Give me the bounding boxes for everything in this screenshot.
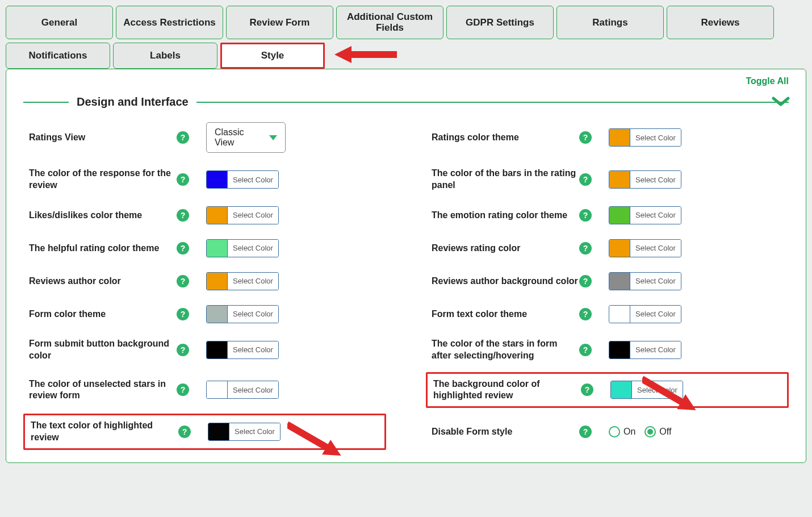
tab-labels[interactable]: Labels bbox=[113, 43, 217, 69]
tab-gdpr-settings[interactable]: GDPR Settings bbox=[446, 6, 554, 39]
select-color-label: Select Color bbox=[630, 240, 681, 257]
setting-label: Reviews author color bbox=[29, 276, 177, 287]
tab-review-form[interactable]: Review Form bbox=[226, 6, 333, 39]
tab-general[interactable]: General bbox=[6, 6, 113, 39]
setting-row: The color of the stars in form after sel… bbox=[432, 338, 783, 362]
radio-button-icon bbox=[644, 426, 656, 437]
help-icon[interactable]: ? bbox=[177, 383, 189, 396]
help-icon[interactable]: ? bbox=[579, 131, 592, 144]
setting-row: The helpful rating color theme?Select Co… bbox=[29, 239, 380, 257]
help-icon[interactable]: ? bbox=[581, 383, 593, 396]
select-color-label: Select Color bbox=[227, 381, 278, 398]
tab-access-restrictions[interactable]: Access Restrictions bbox=[116, 6, 223, 39]
radio-label: Off bbox=[659, 427, 671, 437]
tab-notifications[interactable]: Notifications bbox=[6, 43, 110, 69]
color-picker[interactable]: Select Color bbox=[206, 381, 279, 399]
setting-row: Form submit button background color?Sele… bbox=[29, 338, 380, 362]
ratings-view-dropdown[interactable]: Classic View bbox=[206, 122, 286, 153]
select-color-label: Select Color bbox=[630, 171, 681, 188]
setting-row: Likes/dislikes color theme?Select Color bbox=[29, 206, 380, 224]
svg-marker-0 bbox=[334, 46, 397, 63]
setting-label: The color of the response for the review bbox=[29, 168, 177, 191]
color-picker[interactable]: Select Color bbox=[609, 206, 681, 224]
color-swatch bbox=[611, 381, 631, 398]
setting-row: Reviews author background color?Select C… bbox=[432, 272, 783, 290]
select-color-label: Select Color bbox=[227, 240, 278, 257]
setting-label: The helpful rating color theme bbox=[29, 243, 177, 255]
color-picker[interactable]: Select Color bbox=[206, 272, 279, 290]
dropdown-value: Classic View bbox=[215, 127, 261, 148]
help-icon[interactable]: ? bbox=[579, 173, 592, 186]
help-icon[interactable]: ? bbox=[177, 242, 189, 255]
color-swatch bbox=[609, 273, 630, 290]
setting-row: The color of the response for the review… bbox=[29, 168, 380, 191]
setting-label: Form color theme bbox=[29, 308, 177, 320]
setting-label: The emotion rating color theme bbox=[432, 210, 579, 222]
radio-on[interactable]: On bbox=[609, 426, 635, 437]
setting-row: The color of the bars in the rating pane… bbox=[432, 168, 783, 191]
radio-label: On bbox=[623, 427, 635, 437]
color-picker[interactable]: Select Color bbox=[206, 170, 279, 189]
setting-label: The color of the stars in form after sel… bbox=[432, 338, 579, 362]
help-icon[interactable]: ? bbox=[178, 426, 191, 438]
radio-button-icon bbox=[609, 426, 620, 437]
setting-label: The color of unselected stars in review … bbox=[29, 378, 177, 402]
help-icon[interactable]: ? bbox=[579, 275, 592, 287]
setting-label: Form submit button background color bbox=[29, 338, 177, 362]
disable-form-style-radio: OnOff bbox=[609, 426, 671, 437]
color-picker[interactable]: Select Color bbox=[610, 381, 683, 399]
color-swatch bbox=[207, 341, 227, 358]
help-icon[interactable]: ? bbox=[579, 308, 592, 320]
select-color-label: Select Color bbox=[630, 306, 681, 323]
help-icon[interactable]: ? bbox=[177, 173, 189, 186]
help-icon[interactable]: ? bbox=[177, 344, 189, 356]
help-icon[interactable]: ? bbox=[579, 242, 592, 255]
color-picker[interactable]: Select Color bbox=[206, 206, 279, 224]
color-swatch bbox=[207, 171, 227, 188]
color-picker[interactable]: Select Color bbox=[206, 239, 279, 257]
setting-label: The background color of highlighted revi… bbox=[433, 378, 581, 402]
setting-row: The color of unselected stars in review … bbox=[29, 377, 380, 404]
setting-label: Reviews author background color bbox=[432, 276, 579, 287]
help-icon[interactable]: ? bbox=[579, 344, 592, 356]
tab-additional-custom-fields[interactable]: Additional Custom Fields bbox=[336, 6, 443, 39]
select-color-label: Select Color bbox=[630, 273, 681, 290]
setting-row: Form text color theme?Select Color bbox=[432, 305, 783, 323]
tabs-row-1: General Access Restrictions Review Form … bbox=[6, 6, 806, 39]
color-picker[interactable]: Select Color bbox=[208, 423, 281, 441]
chevron-down-icon bbox=[269, 135, 277, 140]
setting-row: Reviews rating color?Select Color bbox=[432, 239, 783, 257]
tab-reviews[interactable]: Reviews bbox=[667, 6, 774, 39]
color-swatch bbox=[208, 423, 229, 440]
help-icon[interactable]: ? bbox=[579, 209, 592, 222]
color-picker[interactable]: Select Color bbox=[609, 239, 681, 257]
color-picker[interactable]: Select Color bbox=[609, 305, 681, 323]
toggle-all-link[interactable]: Toggle All bbox=[746, 76, 789, 86]
color-picker[interactable]: Select Color bbox=[609, 170, 681, 189]
color-picker[interactable]: Select Color bbox=[609, 341, 681, 359]
select-color-label: Select Color bbox=[630, 341, 681, 358]
help-icon[interactable]: ? bbox=[177, 275, 189, 287]
select-color-label: Select Color bbox=[229, 423, 280, 440]
help-icon[interactable]: ? bbox=[177, 209, 189, 222]
select-color-label: Select Color bbox=[630, 207, 681, 224]
section-header: Design and Interface bbox=[23, 95, 789, 109]
help-icon[interactable]: ? bbox=[177, 131, 189, 144]
help-icon[interactable]: ? bbox=[579, 426, 592, 438]
radio-off[interactable]: Off bbox=[644, 426, 671, 437]
tab-ratings[interactable]: Ratings bbox=[556, 6, 664, 39]
setting-row: The background color of highlighted revi… bbox=[426, 372, 789, 408]
color-picker[interactable]: Select Color bbox=[609, 272, 681, 290]
select-color-label: Select Color bbox=[227, 207, 278, 224]
color-picker[interactable]: Select Color bbox=[206, 305, 279, 323]
tab-style[interactable]: Style bbox=[220, 43, 325, 69]
color-swatch bbox=[207, 207, 227, 224]
color-picker[interactable]: Select Color bbox=[206, 341, 279, 359]
setting-row: Form color theme?Select Color bbox=[29, 305, 380, 323]
setting-label: Ratings color theme bbox=[432, 132, 579, 144]
color-swatch bbox=[609, 341, 630, 358]
help-icon[interactable]: ? bbox=[177, 308, 189, 320]
color-picker[interactable]: Select Color bbox=[609, 128, 681, 147]
chevron-down-icon[interactable] bbox=[772, 95, 790, 110]
setting-row: Ratings View?Classic View bbox=[29, 122, 380, 153]
